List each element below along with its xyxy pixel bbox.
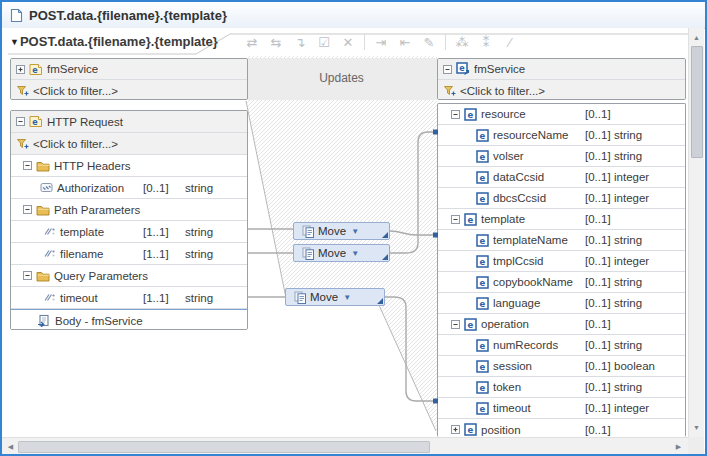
collapse-icon[interactable]	[451, 320, 460, 329]
horizontal-scroll-thumb[interactable]	[18, 441, 430, 453]
svg-text:e: e	[459, 64, 465, 73]
transform-move-2[interactable]: Move ▼	[293, 244, 390, 262]
input-row-filename[interactable]: filename[1..1]string	[11, 243, 247, 265]
input-request-header[interactable]: e HTTP Request	[11, 111, 247, 133]
row-label: Body - fmService	[55, 315, 143, 327]
expand-icon[interactable]	[451, 425, 460, 434]
toolbar-annotation-icon[interactable]: ⁄	[498, 35, 522, 50]
svg-text:e: e	[480, 193, 486, 203]
output-row-dataccsid[interactable]: edataCcsid[0..1]integer	[438, 167, 685, 188]
type: string	[614, 150, 642, 162]
vertical-scroll-thumb[interactable]	[691, 46, 703, 158]
toolbar-delete-transform-icon[interactable]: ✕	[336, 35, 360, 50]
horizontal-scrollbar[interactable]: ◀ ▶	[2, 437, 688, 454]
input-row-authorization[interactable]: Authorization[0..1]string	[11, 177, 247, 199]
svg-text:e: e	[480, 277, 486, 287]
type: string	[614, 129, 642, 141]
toolbar-link-inputs-icon[interactable]: ⇥	[369, 35, 393, 50]
scroll-up-icon[interactable]: ▲	[689, 30, 704, 45]
element-icon: e	[476, 360, 489, 373]
output-row-timeout[interactable]: etimeout[0..1]integer	[438, 398, 685, 419]
editor-title: POST.data.{filename}.{template}	[29, 8, 227, 23]
collapse-icon[interactable]	[451, 110, 460, 119]
row-label: dataCcsid	[493, 171, 544, 183]
breadcrumb[interactable]: ▼POST.data.{filename}.{template}	[10, 34, 218, 49]
chevron-down-icon[interactable]: ▼	[351, 227, 359, 236]
collapse-icon[interactable]	[443, 65, 452, 74]
cardinality: [0..1]	[585, 381, 611, 393]
input-row-timeout[interactable]: timeout[1..1]string	[11, 287, 247, 309]
output-row-resourcename[interactable]: eresourceName[0..1]string	[438, 125, 685, 146]
type: integer	[614, 255, 649, 267]
toolbar-submap-icon[interactable]: ⇄	[240, 35, 264, 50]
output-service-label: fmService	[474, 63, 525, 75]
output-row-volser[interactable]: evolser[0..1]string	[438, 146, 685, 167]
vertical-scrollbar[interactable]: ▲ ▼	[688, 28, 704, 437]
row-label: copybookName	[493, 276, 573, 288]
toolbar-cast-icon[interactable]: ↴	[288, 35, 312, 50]
filter-icon	[16, 84, 29, 97]
collapse-icon[interactable]	[451, 215, 460, 224]
type: string	[614, 276, 642, 288]
output-row-operation[interactable]: eoperation[0..1]	[438, 314, 685, 335]
element-icon: e	[476, 234, 489, 247]
expand-icon[interactable]	[16, 65, 25, 74]
element-icon: e	[476, 276, 489, 289]
input-row-http-headers[interactable]: HTTP Headers	[11, 155, 247, 177]
output-row-language[interactable]: elanguage[0..1]string	[438, 293, 685, 314]
transform-move-3[interactable]: Move ▼	[285, 288, 385, 306]
element-icon: e	[476, 381, 489, 394]
input-request-filter[interactable]: <Click to filter...>	[11, 133, 247, 155]
type: string	[185, 226, 213, 238]
toolbar-edit-transform-icon[interactable]: ✎	[417, 35, 441, 50]
cardinality: [0..1]	[585, 339, 611, 351]
output-row-tmplccsid[interactable]: etmplCcsid[0..1]integer	[438, 251, 685, 272]
svg-text:e: e	[32, 66, 38, 75]
collapse-icon[interactable]	[23, 205, 32, 214]
type: boolean	[614, 360, 655, 372]
toolbar-local-map-icon[interactable]: ⇆	[264, 35, 288, 50]
collapse-icon[interactable]	[23, 161, 32, 170]
element-icon: e	[476, 402, 489, 415]
cardinality: [1..1]	[143, 248, 169, 260]
transform-move-1[interactable]: Move ▼	[293, 222, 390, 240]
toolbar-add-connection-icon[interactable]: ⁂	[450, 35, 474, 50]
cardinality: [1..1]	[143, 292, 169, 304]
scroll-right-icon[interactable]: ▶	[671, 439, 686, 454]
toolbar-validate-map-icon[interactable]: ☑	[312, 35, 336, 50]
folder-icon	[36, 160, 50, 172]
scroll-left-icon[interactable]: ◀	[3, 439, 18, 454]
collapse-icon[interactable]	[23, 271, 32, 280]
output-row-template[interactable]: etemplate[0..1]	[438, 209, 685, 230]
toolbar-link-outputs-icon[interactable]: ⇤	[393, 35, 417, 50]
input-service-filter[interactable]: <Click to filter...>	[11, 80, 247, 100]
output-service-row[interactable]: e fmService	[438, 59, 685, 80]
chevron-down-icon[interactable]: ▼	[343, 293, 351, 302]
input-row-query-parameters[interactable]: Query Parameters	[11, 265, 247, 287]
scroll-down-icon[interactable]: ▼	[689, 420, 704, 435]
output-row-session[interactable]: esession[0..1]boolean	[438, 356, 685, 377]
resize-handle[interactable]	[382, 254, 388, 260]
collapse-icon[interactable]	[16, 117, 25, 126]
attr-icon	[40, 182, 53, 193]
resize-handle[interactable]	[377, 298, 383, 304]
input-row-path-parameters[interactable]: Path Parameters	[11, 199, 247, 221]
resize-handle[interactable]	[382, 232, 388, 238]
chevron-down-icon[interactable]: ▼	[351, 249, 359, 258]
row-label: timeout	[493, 402, 531, 414]
toolbar-icons: ⇄⇆↴☑✕⇥⇤✎⁂⁑⁄	[240, 32, 522, 52]
output-row-numrecords[interactable]: enumRecords[0..1]string	[438, 335, 685, 356]
toolbar-remove-connection-icon[interactable]: ⁑	[474, 35, 498, 50]
output-service-filter[interactable]: <Click to filter...>	[438, 80, 685, 100]
row-label: filename	[60, 248, 103, 260]
output-row-copybookname[interactable]: ecopybookName[0..1]string	[438, 272, 685, 293]
input-service-row[interactable]: e fmService	[11, 59, 247, 80]
output-row-templatename[interactable]: etemplateName[0..1]string	[438, 230, 685, 251]
output-row-dbcsccsid[interactable]: edbcsCcsid[0..1]integer	[438, 188, 685, 209]
output-row-token[interactable]: etoken[0..1]string	[438, 377, 685, 398]
input-row-template[interactable]: template[1..1]string	[11, 221, 247, 243]
output-row-resource[interactable]: eresource[0..1]	[438, 104, 685, 125]
output-row-position[interactable]: eposition[0..1]	[438, 419, 685, 437]
row-label: HTTP Headers	[54, 160, 130, 172]
input-row-body-fmservice[interactable]: Body - fmService	[11, 309, 247, 330]
